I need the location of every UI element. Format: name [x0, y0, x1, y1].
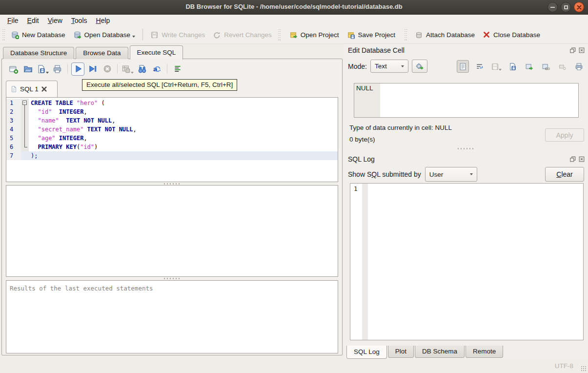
clear-log-button[interactable]: Clear [545, 167, 584, 182]
print-icon [575, 62, 583, 71]
cell-editor[interactable]: NULL [354, 83, 579, 118]
set-null-button[interactable] [556, 60, 568, 73]
toolbar-grip[interactable] [2, 29, 5, 41]
word-wrap-button[interactable] [473, 60, 486, 73]
toolbar-grip[interactable] [278, 29, 281, 41]
minimize-button[interactable] [547, 2, 558, 12]
dock-splitter[interactable] [344, 148, 588, 149]
menu-bar: File Edit View Tools Help [0, 15, 588, 26]
results-message-pane[interactable]: Results of the last executed statements [6, 280, 338, 353]
close-database-button[interactable]: Close Database [479, 28, 544, 41]
stop-execution-button[interactable] [101, 62, 114, 76]
open-sql-file-button[interactable] [21, 62, 35, 76]
resize-grip-icon[interactable] [581, 366, 587, 372]
editor-line: 5 "age" INTEGER, [6, 134, 338, 143]
tab-execute-sql[interactable]: Execute SQL [130, 45, 183, 60]
copy-link-button[interactable] [540, 60, 552, 73]
write-changes-button[interactable]: Write Changes [146, 28, 209, 41]
sql-editor-tab[interactable]: SQL 1 [6, 81, 58, 97]
maximize-button[interactable] [561, 2, 571, 12]
write-changes-icon [150, 31, 159, 39]
tab-database-structure[interactable]: Database Structure [3, 47, 74, 59]
menu-help[interactable]: Help [92, 16, 115, 25]
editor-line-current: 7 ); [6, 151, 338, 160]
save-cell-as-button[interactable] [507, 60, 519, 73]
float-dock-icon[interactable] [569, 156, 576, 163]
open-database-dropdown-icon[interactable] [132, 36, 135, 38]
save-sql-file-button[interactable] [36, 62, 49, 76]
new-sql-tab-button[interactable] [7, 62, 20, 76]
tab-plot[interactable]: Plot [388, 346, 414, 358]
sql-log-title: SQL Log [348, 155, 569, 163]
execute-sql-panel: a SQL 1 [1, 59, 343, 355]
save-cell-button[interactable] [490, 60, 502, 73]
sql-toolbar-separator [67, 64, 68, 74]
close-window-button[interactable] [574, 2, 584, 12]
format-lines-icon [173, 64, 182, 73]
fold-margin[interactable] [21, 134, 29, 143]
find-replace-button[interactable] [136, 62, 149, 76]
edit-cell-title: Edit Database Cell [348, 46, 569, 54]
editor-line: 3 "name" TEXT NOT NULL, [6, 116, 338, 125]
text-mode-button[interactable] [457, 60, 469, 73]
execute-all-icon [74, 64, 82, 73]
import-cell-data-button[interactable] [412, 60, 427, 73]
close-tab-icon[interactable] [41, 86, 47, 92]
save-project-button[interactable]: Save Project [343, 28, 400, 41]
cell-mode-bar: Mode: Text [348, 60, 427, 73]
fold-collapse-icon[interactable]: − [22, 101, 27, 105]
close-dock-icon[interactable] [578, 47, 585, 54]
fold-margin[interactable] [21, 107, 29, 116]
encoding-indicator[interactable]: UTF-8 [555, 362, 573, 370]
sql-code-editor[interactable]: 1 − CREATE TABLE "hero" ( 2 "id" INTEGER… [6, 97, 338, 182]
toolbar-grip[interactable] [404, 29, 407, 41]
close-icon [577, 5, 582, 10]
fold-margin[interactable] [21, 143, 29, 151]
tab-sql-log[interactable]: SQL Log [346, 346, 387, 359]
attach-database-button[interactable]: Attach Database [411, 28, 479, 41]
sql-toolbar-separator [167, 64, 167, 74]
new-database-button[interactable]: New Database [7, 28, 69, 41]
sql-log-area[interactable]: 1 [350, 183, 584, 340]
close-database-icon [483, 31, 490, 39]
tab-db-schema[interactable]: DB Schema [415, 346, 465, 358]
menu-edit[interactable]: Edit [23, 16, 43, 25]
results-grid-pane[interactable] [6, 185, 338, 277]
open-database-button[interactable]: Open Database [69, 28, 140, 41]
auto-completion-button[interactable]: a [150, 62, 163, 76]
execute-line-icon [88, 64, 97, 73]
new-database-icon [11, 31, 19, 39]
status-bar: UTF-8 [0, 359, 588, 373]
menu-tools[interactable]: Tools [67, 16, 92, 25]
apply-button[interactable]: Apply [545, 128, 584, 142]
open-external-button[interactable] [523, 60, 535, 73]
fold-margin[interactable]: − [21, 99, 29, 107]
execute-all-button[interactable] [71, 62, 84, 76]
open-project-button[interactable]: Open Project [285, 28, 343, 41]
tab-remote[interactable]: Remote [466, 346, 503, 358]
title-bar[interactable]: DB Browser for SQLite - /home/user/code/… [0, 0, 588, 15]
log-filter-select[interactable]: User [425, 167, 477, 182]
cell-editor-toolbar [457, 60, 585, 73]
tab-browse-data[interactable]: Browse Data [76, 47, 128, 59]
execute-line-button[interactable] [86, 62, 99, 76]
text-document-icon [459, 62, 467, 71]
print-cell-button[interactable] [573, 60, 585, 73]
float-dock-icon[interactable] [569, 47, 576, 54]
menu-view[interactable]: View [43, 16, 67, 25]
revert-changes-button[interactable]: Revert Changes [209, 28, 276, 41]
fold-margin[interactable] [21, 116, 29, 125]
format-sql-button[interactable] [171, 62, 184, 76]
main-toolbar: New Database Open Database Write Changes… [0, 26, 588, 44]
results-placeholder: Results of the last executed statements [6, 281, 338, 296]
mode-select[interactable]: Text [370, 60, 408, 73]
fold-margin[interactable] [21, 151, 29, 160]
print-sql-button[interactable] [51, 62, 64, 76]
close-dock-icon[interactable] [578, 156, 585, 163]
editor-line: 2 "id" INTEGER, [6, 107, 338, 116]
splitter-handle[interactable] [6, 277, 338, 280]
menu-file[interactable]: File [3, 16, 23, 25]
fold-margin[interactable] [21, 125, 29, 134]
revert-changes-icon [213, 31, 221, 39]
save-results-button[interactable] [121, 62, 134, 76]
